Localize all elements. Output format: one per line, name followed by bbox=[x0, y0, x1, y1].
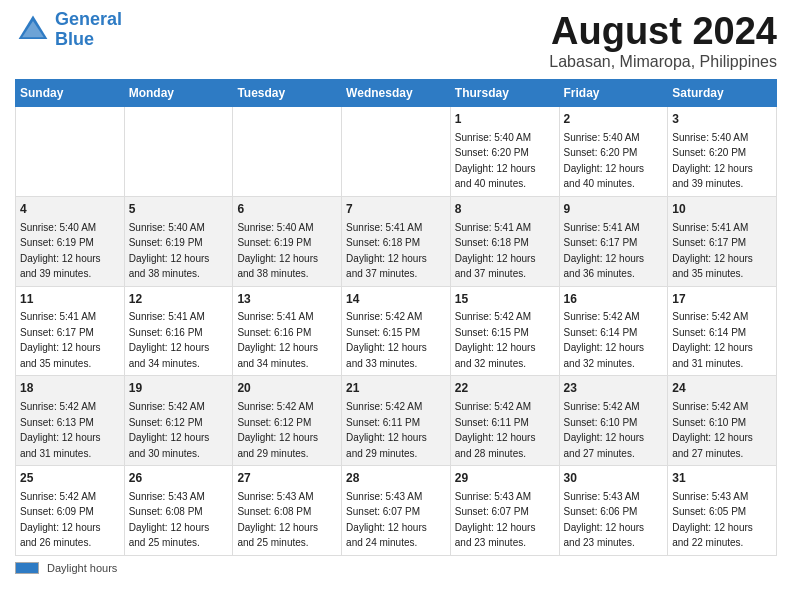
day-number: 27 bbox=[237, 470, 337, 487]
day-number: 16 bbox=[564, 291, 664, 308]
calendar-cell: 12Sunrise: 5:41 AM Sunset: 6:16 PM Dayli… bbox=[124, 286, 233, 376]
day-number: 19 bbox=[129, 380, 229, 397]
calendar-header-row: SundayMondayTuesdayWednesdayThursdayFrid… bbox=[16, 80, 777, 107]
calendar-cell: 28Sunrise: 5:43 AM Sunset: 6:07 PM Dayli… bbox=[342, 466, 451, 556]
day-info: Sunrise: 5:42 AM Sunset: 6:11 PM Dayligh… bbox=[455, 401, 536, 459]
calendar-cell bbox=[342, 107, 451, 197]
calendar-cell: 5Sunrise: 5:40 AM Sunset: 6:19 PM Daylig… bbox=[124, 196, 233, 286]
day-info: Sunrise: 5:42 AM Sunset: 6:14 PM Dayligh… bbox=[564, 311, 645, 369]
day-info: Sunrise: 5:43 AM Sunset: 6:08 PM Dayligh… bbox=[237, 491, 318, 549]
calendar-cell: 10Sunrise: 5:41 AM Sunset: 6:17 PM Dayli… bbox=[668, 196, 777, 286]
day-number: 30 bbox=[564, 470, 664, 487]
day-number: 15 bbox=[455, 291, 555, 308]
logo-blue: Blue bbox=[55, 29, 94, 49]
day-info: Sunrise: 5:40 AM Sunset: 6:19 PM Dayligh… bbox=[129, 222, 210, 280]
calendar-cell bbox=[233, 107, 342, 197]
day-info: Sunrise: 5:42 AM Sunset: 6:12 PM Dayligh… bbox=[237, 401, 318, 459]
day-number: 10 bbox=[672, 201, 772, 218]
calendar-cell: 20Sunrise: 5:42 AM Sunset: 6:12 PM Dayli… bbox=[233, 376, 342, 466]
calendar-cell: 6Sunrise: 5:40 AM Sunset: 6:19 PM Daylig… bbox=[233, 196, 342, 286]
day-info: Sunrise: 5:42 AM Sunset: 6:13 PM Dayligh… bbox=[20, 401, 101, 459]
day-number: 7 bbox=[346, 201, 446, 218]
calendar-cell: 21Sunrise: 5:42 AM Sunset: 6:11 PM Dayli… bbox=[342, 376, 451, 466]
day-number: 11 bbox=[20, 291, 120, 308]
calendar-cell: 29Sunrise: 5:43 AM Sunset: 6:07 PM Dayli… bbox=[450, 466, 559, 556]
logo-general: General bbox=[55, 9, 122, 29]
col-header-monday: Monday bbox=[124, 80, 233, 107]
day-number: 2 bbox=[564, 111, 664, 128]
day-number: 14 bbox=[346, 291, 446, 308]
day-number: 5 bbox=[129, 201, 229, 218]
calendar-cell: 15Sunrise: 5:42 AM Sunset: 6:15 PM Dayli… bbox=[450, 286, 559, 376]
calendar-cell: 16Sunrise: 5:42 AM Sunset: 6:14 PM Dayli… bbox=[559, 286, 668, 376]
day-number: 13 bbox=[237, 291, 337, 308]
calendar-cell: 13Sunrise: 5:41 AM Sunset: 6:16 PM Dayli… bbox=[233, 286, 342, 376]
day-info: Sunrise: 5:40 AM Sunset: 6:19 PM Dayligh… bbox=[237, 222, 318, 280]
day-info: Sunrise: 5:43 AM Sunset: 6:06 PM Dayligh… bbox=[564, 491, 645, 549]
daylight-swatch bbox=[15, 562, 39, 574]
calendar-week-row: 4Sunrise: 5:40 AM Sunset: 6:19 PM Daylig… bbox=[16, 196, 777, 286]
daylight-label: Daylight hours bbox=[47, 562, 117, 574]
calendar-cell: 3Sunrise: 5:40 AM Sunset: 6:20 PM Daylig… bbox=[668, 107, 777, 197]
main-title: August 2024 bbox=[549, 10, 777, 53]
day-info: Sunrise: 5:43 AM Sunset: 6:07 PM Dayligh… bbox=[346, 491, 427, 549]
day-info: Sunrise: 5:40 AM Sunset: 6:20 PM Dayligh… bbox=[455, 132, 536, 190]
day-info: Sunrise: 5:41 AM Sunset: 6:16 PM Dayligh… bbox=[237, 311, 318, 369]
day-info: Sunrise: 5:42 AM Sunset: 6:10 PM Dayligh… bbox=[564, 401, 645, 459]
calendar-cell: 4Sunrise: 5:40 AM Sunset: 6:19 PM Daylig… bbox=[16, 196, 125, 286]
day-number: 9 bbox=[564, 201, 664, 218]
calendar-cell: 1Sunrise: 5:40 AM Sunset: 6:20 PM Daylig… bbox=[450, 107, 559, 197]
col-header-saturday: Saturday bbox=[668, 80, 777, 107]
col-header-sunday: Sunday bbox=[16, 80, 125, 107]
col-header-tuesday: Tuesday bbox=[233, 80, 342, 107]
day-info: Sunrise: 5:42 AM Sunset: 6:10 PM Dayligh… bbox=[672, 401, 753, 459]
calendar-cell: 24Sunrise: 5:42 AM Sunset: 6:10 PM Dayli… bbox=[668, 376, 777, 466]
day-number: 26 bbox=[129, 470, 229, 487]
day-info: Sunrise: 5:41 AM Sunset: 6:17 PM Dayligh… bbox=[20, 311, 101, 369]
calendar-cell: 23Sunrise: 5:42 AM Sunset: 6:10 PM Dayli… bbox=[559, 376, 668, 466]
day-info: Sunrise: 5:41 AM Sunset: 6:17 PM Dayligh… bbox=[564, 222, 645, 280]
day-number: 18 bbox=[20, 380, 120, 397]
calendar-cell: 30Sunrise: 5:43 AM Sunset: 6:06 PM Dayli… bbox=[559, 466, 668, 556]
day-number: 1 bbox=[455, 111, 555, 128]
title-section: August 2024 Labasan, Mimaropa, Philippin… bbox=[549, 10, 777, 71]
day-info: Sunrise: 5:41 AM Sunset: 6:16 PM Dayligh… bbox=[129, 311, 210, 369]
day-number: 29 bbox=[455, 470, 555, 487]
calendar-cell: 26Sunrise: 5:43 AM Sunset: 6:08 PM Dayli… bbox=[124, 466, 233, 556]
day-info: Sunrise: 5:40 AM Sunset: 6:20 PM Dayligh… bbox=[672, 132, 753, 190]
day-number: 31 bbox=[672, 470, 772, 487]
day-number: 6 bbox=[237, 201, 337, 218]
day-number: 28 bbox=[346, 470, 446, 487]
day-number: 22 bbox=[455, 380, 555, 397]
day-info: Sunrise: 5:43 AM Sunset: 6:05 PM Dayligh… bbox=[672, 491, 753, 549]
col-header-friday: Friday bbox=[559, 80, 668, 107]
day-info: Sunrise: 5:41 AM Sunset: 6:18 PM Dayligh… bbox=[346, 222, 427, 280]
calendar-week-row: 11Sunrise: 5:41 AM Sunset: 6:17 PM Dayli… bbox=[16, 286, 777, 376]
logo-icon bbox=[15, 12, 51, 48]
day-info: Sunrise: 5:41 AM Sunset: 6:17 PM Dayligh… bbox=[672, 222, 753, 280]
day-info: Sunrise: 5:42 AM Sunset: 6:12 PM Dayligh… bbox=[129, 401, 210, 459]
day-number: 17 bbox=[672, 291, 772, 308]
calendar-cell: 18Sunrise: 5:42 AM Sunset: 6:13 PM Dayli… bbox=[16, 376, 125, 466]
footer-note: Daylight hours bbox=[15, 562, 777, 574]
calendar-week-row: 25Sunrise: 5:42 AM Sunset: 6:09 PM Dayli… bbox=[16, 466, 777, 556]
day-number: 23 bbox=[564, 380, 664, 397]
day-number: 25 bbox=[20, 470, 120, 487]
day-info: Sunrise: 5:42 AM Sunset: 6:15 PM Dayligh… bbox=[455, 311, 536, 369]
day-info: Sunrise: 5:42 AM Sunset: 6:09 PM Dayligh… bbox=[20, 491, 101, 549]
day-info: Sunrise: 5:42 AM Sunset: 6:11 PM Dayligh… bbox=[346, 401, 427, 459]
calendar-cell: 7Sunrise: 5:41 AM Sunset: 6:18 PM Daylig… bbox=[342, 196, 451, 286]
calendar-cell: 14Sunrise: 5:42 AM Sunset: 6:15 PM Dayli… bbox=[342, 286, 451, 376]
calendar-cell: 2Sunrise: 5:40 AM Sunset: 6:20 PM Daylig… bbox=[559, 107, 668, 197]
calendar-cell: 31Sunrise: 5:43 AM Sunset: 6:05 PM Dayli… bbox=[668, 466, 777, 556]
day-number: 20 bbox=[237, 380, 337, 397]
calendar-cell: 17Sunrise: 5:42 AM Sunset: 6:14 PM Dayli… bbox=[668, 286, 777, 376]
calendar-cell: 9Sunrise: 5:41 AM Sunset: 6:17 PM Daylig… bbox=[559, 196, 668, 286]
calendar-cell: 22Sunrise: 5:42 AM Sunset: 6:11 PM Dayli… bbox=[450, 376, 559, 466]
calendar-cell: 27Sunrise: 5:43 AM Sunset: 6:08 PM Dayli… bbox=[233, 466, 342, 556]
calendar-cell: 25Sunrise: 5:42 AM Sunset: 6:09 PM Dayli… bbox=[16, 466, 125, 556]
calendar-week-row: 1Sunrise: 5:40 AM Sunset: 6:20 PM Daylig… bbox=[16, 107, 777, 197]
day-number: 3 bbox=[672, 111, 772, 128]
day-info: Sunrise: 5:43 AM Sunset: 6:08 PM Dayligh… bbox=[129, 491, 210, 549]
day-info: Sunrise: 5:42 AM Sunset: 6:14 PM Dayligh… bbox=[672, 311, 753, 369]
